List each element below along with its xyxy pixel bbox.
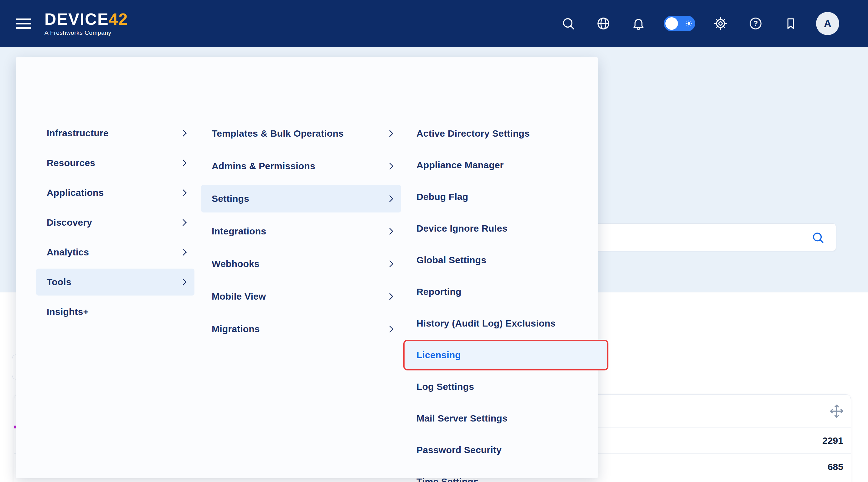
menu-item-label: Appliance Manager	[416, 160, 503, 170]
user-avatar[interactable]: A	[816, 12, 839, 35]
menu-item-label: Integrations	[212, 226, 266, 236]
notifications-button[interactable]	[629, 14, 648, 33]
menu-item-label: Active Directory Settings	[416, 128, 530, 139]
navbar-left: DEVICE42 A Freshworks Company	[0, 11, 128, 36]
chevron-right-icon	[180, 130, 187, 137]
menu-item-label: Settings	[212, 193, 249, 204]
menu-item-label: Debug Flag	[416, 192, 468, 202]
table-row-value: 2291	[822, 435, 843, 446]
menu-item-log-settings[interactable]: Log Settings	[405, 373, 607, 400]
menu-item-mail-server-settings[interactable]: Mail Server Settings	[405, 405, 607, 432]
chevron-right-icon	[180, 249, 187, 256]
chevron-right-icon	[386, 195, 394, 202]
chevron-right-icon	[386, 260, 394, 267]
bookmarks-button[interactable]	[781, 14, 800, 33]
menu-item-resources[interactable]: Resources	[36, 149, 194, 176]
menu-item-licensing[interactable]: Licensing	[405, 341, 607, 369]
menu-column-settings-submenu: Active Directory SettingsAppliance Manag…	[405, 120, 607, 482]
chevron-right-icon	[386, 325, 394, 333]
theme-toggle[interactable]	[664, 16, 695, 31]
menu-item-label: Insights+	[46, 307, 89, 317]
settings-button[interactable]	[711, 14, 730, 33]
globe-icon	[596, 16, 611, 31]
menu-item-label: Reporting	[416, 286, 461, 297]
menu-item-discovery[interactable]: Discovery	[36, 209, 194, 236]
chevron-right-icon	[386, 228, 394, 235]
menu-item-insights+[interactable]: Insights+	[36, 299, 194, 325]
menu-item-webhooks[interactable]: Webhooks	[201, 250, 401, 278]
help-icon: ?	[748, 16, 763, 31]
menu-item-integrations[interactable]: Integrations	[201, 218, 401, 245]
menu-item-label: Mail Server Settings	[416, 413, 507, 424]
logo-tagline: A Freshworks Company	[44, 29, 128, 36]
menu-item-label: Discovery	[46, 217, 92, 228]
menu-item-reporting[interactable]: Reporting	[405, 278, 607, 306]
move-arrows-icon	[830, 404, 844, 418]
menu-item-label: Licensing	[416, 350, 461, 360]
search-icon	[561, 16, 576, 31]
menu-item-settings[interactable]: Settings	[201, 185, 401, 212]
menu-item-infrastructure[interactable]: Infrastructure	[36, 120, 194, 147]
menu-item-label: Log Settings	[416, 381, 474, 392]
search-icon	[811, 231, 825, 244]
menu-item-label: Webhooks	[212, 259, 259, 269]
menu-item-history-audit-log-exclusions[interactable]: History (Audit Log) Exclusions	[405, 310, 607, 337]
sun-icon	[685, 20, 692, 27]
menu-item-label: Applications	[46, 188, 104, 198]
menu-item-password-security[interactable]: Password Security	[405, 436, 607, 464]
logo-text: DEVICE42	[44, 11, 128, 27]
menu-item-label: Device Ignore Rules	[416, 223, 507, 234]
chevron-right-icon	[386, 130, 394, 137]
chevron-right-icon	[386, 163, 394, 170]
bell-icon	[631, 17, 645, 30]
menu-item-label: Time Settings	[416, 476, 479, 482]
menu-item-migrations[interactable]: Migrations	[201, 315, 401, 343]
menu-item-label: Password Security	[416, 445, 502, 455]
menu-item-admins-permissions[interactable]: Admins & Permissions	[201, 152, 401, 180]
chevron-right-icon	[180, 160, 187, 167]
menu-item-analytics[interactable]: Analytics	[36, 239, 194, 266]
search-submit-button[interactable]	[811, 231, 825, 246]
language-globe-button[interactable]	[594, 14, 613, 33]
menu-column-primary: InfrastructureResourcesApplicationsDisco…	[36, 120, 194, 325]
navbar-right: ? A	[559, 12, 868, 35]
menu-item-active-directory-settings[interactable]: Active Directory Settings	[405, 120, 607, 147]
menu-item-device-ignore-rules[interactable]: Device Ignore Rules	[405, 215, 607, 242]
search-button[interactable]	[559, 14, 578, 33]
menu-item-label: History (Audit Log) Exclusions	[416, 318, 556, 329]
menu-item-tools[interactable]: Tools	[36, 268, 194, 295]
chevron-right-icon	[180, 189, 187, 197]
top-navbar: DEVICE42 A Freshworks Company	[0, 0, 868, 47]
menu-item-label: Mobile View	[212, 291, 266, 302]
menu-item-label: Infrastructure	[46, 128, 108, 139]
menu-item-global-settings[interactable]: Global Settings	[405, 246, 607, 274]
menu-item-templates-bulk-operations[interactable]: Templates & Bulk Operations	[201, 120, 401, 147]
toggle-knob-icon	[665, 17, 678, 30]
menu-item-label: Migrations	[212, 324, 260, 334]
menu-item-label: Analytics	[46, 247, 89, 258]
menu-item-label: Admins & Permissions	[212, 161, 315, 171]
main-navigation-menu: InfrastructureResourcesApplicationsDisco…	[16, 57, 598, 478]
menu-item-label: Tools	[46, 277, 71, 287]
menu-item-label: Global Settings	[416, 255, 486, 265]
chevron-right-icon	[386, 293, 394, 300]
menu-item-debug-flag[interactable]: Debug Flag	[405, 183, 607, 210]
table-row-value: 685	[828, 462, 843, 472]
menu-item-applications[interactable]: Applications	[36, 179, 194, 206]
svg-text:?: ?	[753, 19, 758, 28]
chevron-right-icon	[180, 219, 187, 226]
gear-icon	[713, 16, 728, 31]
menu-item-time-settings[interactable]: Time Settings	[405, 468, 607, 482]
menu-item-mobile-view[interactable]: Mobile View	[201, 283, 401, 310]
help-button[interactable]: ?	[746, 14, 765, 33]
menu-item-label: Resources	[46, 158, 95, 168]
menu-item-appliance-manager[interactable]: Appliance Manager	[405, 151, 607, 179]
menu-column-tools-submenu: Templates & Bulk OperationsAdmins & Perm…	[201, 120, 401, 343]
bookmark-icon	[784, 17, 797, 30]
menu-item-label: Templates & Bulk Operations	[212, 128, 344, 139]
chevron-right-icon	[180, 279, 187, 286]
device42-logo[interactable]: DEVICE42 A Freshworks Company	[44, 11, 128, 36]
hamburger-menu-button[interactable]	[16, 19, 31, 29]
drag-handle[interactable]	[830, 404, 844, 420]
avatar-initial: A	[824, 18, 832, 30]
